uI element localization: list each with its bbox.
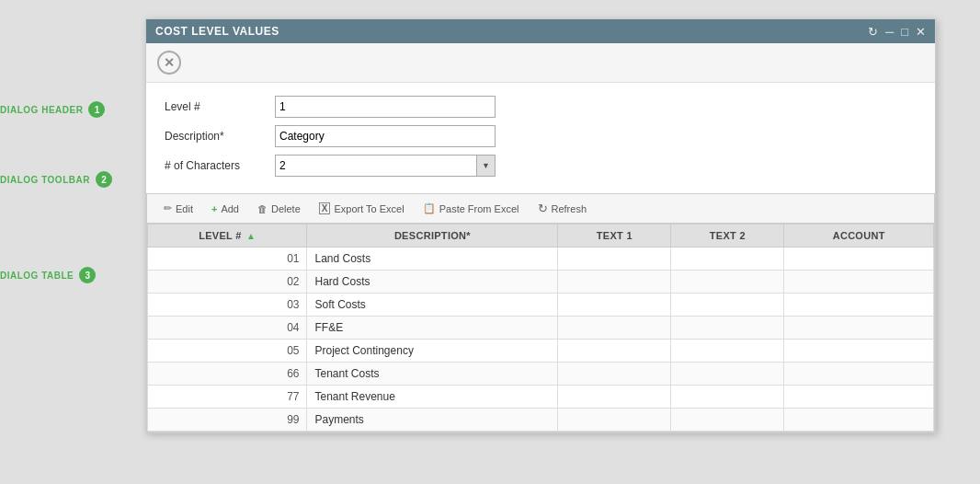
cell-text1 bbox=[558, 409, 671, 432]
add-icon: + bbox=[211, 203, 217, 214]
paste-icon: 📋 bbox=[423, 202, 436, 214]
cell-account bbox=[784, 386, 934, 409]
col-level[interactable]: LEVEL # ▲ bbox=[148, 225, 307, 248]
col-text2: TEXT 2 bbox=[671, 225, 784, 248]
dialog-form: Level # Description* # of Characters 1 2… bbox=[146, 83, 935, 193]
add-label: Add bbox=[221, 203, 239, 214]
cell-level: 99 bbox=[148, 409, 307, 432]
side-annotations: DIALOG HEADER 1 DIALOG TOOLBAR 2 DIALOG … bbox=[0, 18, 138, 309]
cell-text2 bbox=[671, 248, 784, 271]
col-text1: TEXT 1 bbox=[558, 225, 671, 248]
dialog-title: COST LEVEL VALUES bbox=[155, 25, 279, 38]
cell-description: Hard Costs bbox=[307, 271, 558, 294]
restore-button[interactable]: □ bbox=[901, 26, 908, 38]
chars-label: # of Characters bbox=[165, 159, 275, 172]
cost-level-table: LEVEL # ▲ DESCRIPTION* TEXT 1 TEXT 2 bbox=[147, 224, 934, 432]
description-row: Description* bbox=[165, 125, 917, 147]
minimize-button[interactable]: ─ bbox=[885, 26, 894, 38]
dialog-table-section: ✏ Edit + Add 🗑 Delete X Export To Excel … bbox=[146, 193, 935, 432]
chars-select-wrapper: 1 2 3 4 ▼ bbox=[275, 155, 496, 177]
export-label: Export To Excel bbox=[334, 203, 404, 214]
refresh-icon: ↻ bbox=[538, 202, 548, 215]
cell-description: Payments bbox=[307, 409, 558, 432]
cell-text2 bbox=[671, 294, 784, 317]
description-label: Description* bbox=[165, 130, 275, 143]
cell-account bbox=[784, 363, 934, 386]
col-description: DESCRIPTION* bbox=[307, 225, 558, 248]
cell-text2 bbox=[671, 386, 784, 409]
table-header-row: LEVEL # ▲ DESCRIPTION* TEXT 1 TEXT 2 bbox=[148, 225, 934, 248]
cell-text1 bbox=[558, 248, 671, 271]
level-row: Level # bbox=[165, 96, 917, 118]
level-label: Level # bbox=[165, 100, 275, 113]
close-titlebar-button[interactable]: ✕ bbox=[916, 26, 926, 38]
cell-description: Tenant Costs bbox=[307, 363, 558, 386]
cell-text1 bbox=[558, 340, 671, 363]
cell-text2 bbox=[671, 363, 784, 386]
cell-text1 bbox=[558, 271, 671, 294]
cell-text2 bbox=[671, 271, 784, 294]
cell-text2 bbox=[671, 340, 784, 363]
export-icon: X bbox=[319, 202, 331, 214]
cell-description: Soft Costs bbox=[307, 294, 558, 317]
cell-description: FF&E bbox=[307, 317, 558, 340]
annotation-dialog-toolbar: DIALOG TOOLBAR 2 bbox=[0, 171, 138, 188]
cell-text1 bbox=[558, 386, 671, 409]
table-row[interactable]: 99Payments bbox=[148, 409, 934, 432]
table-row[interactable]: 66Tenant Costs bbox=[148, 363, 934, 386]
close-circle-button[interactable]: ✕ bbox=[157, 51, 181, 75]
cell-level: 04 bbox=[148, 317, 307, 340]
cost-level-dialog: COST LEVEL VALUES ↻ ─ □ ✕ ✕ Level # Desc… bbox=[145, 18, 936, 433]
table-row[interactable]: 01Land Costs bbox=[148, 248, 934, 271]
cell-account bbox=[784, 317, 934, 340]
edit-button[interactable]: ✏ Edit bbox=[156, 200, 200, 217]
cell-text1 bbox=[558, 294, 671, 317]
cell-account bbox=[784, 340, 934, 363]
badge-1: 1 bbox=[88, 101, 105, 118]
level-input[interactable] bbox=[275, 96, 496, 118]
cell-description: Tenant Revenue bbox=[307, 386, 558, 409]
edit-icon: ✏ bbox=[164, 202, 172, 214]
paste-button[interactable]: 📋 Paste From Excel bbox=[416, 200, 527, 217]
refresh-button[interactable]: ↻ Refresh bbox=[530, 199, 595, 218]
delete-label: Delete bbox=[271, 203, 301, 214]
cell-text1 bbox=[558, 363, 671, 386]
cell-level: 03 bbox=[148, 294, 307, 317]
table-toolbar: ✏ Edit + Add 🗑 Delete X Export To Excel … bbox=[147, 194, 934, 224]
cell-level: 77 bbox=[148, 386, 307, 409]
refresh-titlebar-button[interactable]: ↻ bbox=[868, 26, 878, 38]
delete-icon: 🗑 bbox=[257, 203, 268, 214]
dialog-titlebar: COST LEVEL VALUES ↻ ─ □ ✕ bbox=[146, 19, 935, 43]
paste-label: Paste From Excel bbox=[439, 203, 519, 214]
delete-button[interactable]: 🗑 Delete bbox=[250, 201, 308, 217]
annotation-dialog-header: DIALOG HEADER 1 bbox=[0, 101, 138, 118]
cell-account bbox=[784, 294, 934, 317]
table-row[interactable]: 05Project Contingency bbox=[148, 340, 934, 363]
chars-row: # of Characters 1 2 3 4 ▼ bbox=[165, 155, 917, 177]
refresh-label: Refresh bbox=[552, 203, 587, 214]
annotation-dialog-table: DIALOG TABLE 3 bbox=[0, 267, 138, 283]
cell-level: 02 bbox=[148, 271, 307, 294]
table-row[interactable]: 77Tenant Revenue bbox=[148, 386, 934, 409]
add-button[interactable]: + Add bbox=[204, 201, 246, 217]
chars-select-arrow[interactable]: ▼ bbox=[476, 156, 495, 176]
cell-account bbox=[784, 409, 934, 432]
cell-level: 05 bbox=[148, 340, 307, 363]
cell-level: 66 bbox=[148, 363, 307, 386]
cell-description: Project Contingency bbox=[307, 340, 558, 363]
table-row[interactable]: 03Soft Costs bbox=[148, 294, 934, 317]
export-button[interactable]: X Export To Excel bbox=[312, 200, 412, 217]
col-account: ACCOUNT bbox=[784, 225, 934, 248]
badge-2: 2 bbox=[96, 171, 112, 188]
description-input[interactable] bbox=[275, 125, 496, 147]
badge-3: 3 bbox=[79, 267, 96, 283]
cell-account bbox=[784, 248, 934, 271]
titlebar-controls: ↻ ─ □ ✕ bbox=[868, 26, 926, 38]
cell-account bbox=[784, 271, 934, 294]
table-row[interactable]: 02Hard Costs bbox=[148, 271, 934, 294]
table-row[interactable]: 04FF&E bbox=[148, 317, 934, 340]
chars-select[interactable]: 1 2 3 4 bbox=[276, 156, 476, 176]
dialog-close-toolbar: ✕ bbox=[146, 43, 935, 83]
cell-text2 bbox=[671, 409, 784, 432]
cell-text1 bbox=[558, 317, 671, 340]
